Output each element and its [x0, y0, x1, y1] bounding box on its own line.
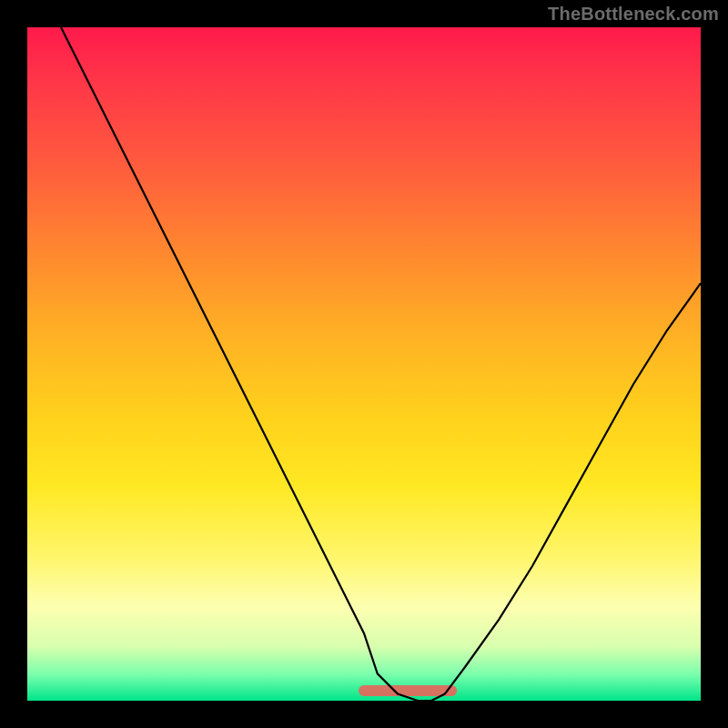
curve-svg [27, 27, 701, 701]
watermark-text: TheBottleneck.com [548, 4, 719, 25]
plot-area [27, 27, 701, 701]
bottleneck-curve [61, 27, 701, 701]
